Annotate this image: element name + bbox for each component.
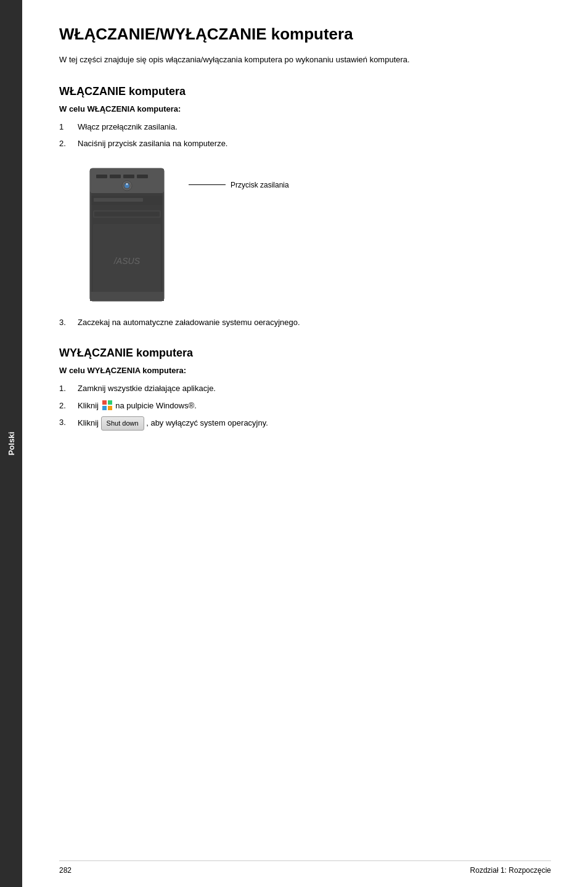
page-title: WŁĄCZANIE/WYŁĄCZANIE komputera	[59, 25, 551, 44]
svg-rect-21	[102, 406, 107, 410]
svg-rect-3	[96, 175, 107, 178]
list-number: 1.	[59, 382, 78, 395]
main-content: WŁĄCZANIE/WYŁĄCZANIE komputera W tej czę…	[22, 0, 588, 887]
power-label-text: Przycisk zasilania	[231, 181, 289, 189]
section2: WYŁĄCZANIE komputera W celu WYŁĄCZENIA k…	[59, 347, 551, 431]
svg-rect-18	[90, 292, 164, 301]
list-number: 2.	[59, 400, 78, 412]
computer-image-area: /ASUS Przycisk zasilania	[78, 162, 551, 304]
section1-title: WŁĄCZANIE komputera	[59, 85, 551, 98]
section2-list: 1. Zamknij wszystkie działające aplikacj…	[59, 382, 551, 431]
section2-title: WYŁĄCZANIE komputera	[59, 347, 551, 360]
list-text: Zamknij wszystkie działające aplikacje.	[78, 382, 551, 395]
list-text-step2: Kliknij na pulpicie Windows®.	[78, 400, 551, 412]
list-number: 2.	[59, 138, 78, 150]
svg-rect-19	[102, 400, 107, 405]
section1: WŁĄCZANIE komputera W celu WŁĄCZENIA kom…	[59, 85, 551, 329]
list-text-step3: Kliknij Shut down , aby wyłączyć system …	[78, 416, 551, 431]
svg-rect-15	[152, 213, 157, 215]
list-item: 3. Zaczekaj na automatyczne załadowanie …	[59, 316, 551, 329]
list-text: Naciśnij przycisk zasilania na komputerz…	[78, 138, 551, 150]
list-number: 3.	[59, 416, 78, 431]
power-label-line: Przycisk zasilania	[189, 181, 289, 189]
section2-subtitle: W celu WYŁĄCZENIA komputera:	[59, 366, 551, 375]
svg-rect-12	[94, 198, 143, 202]
list-item: 3. Kliknij Shut down , aby wyłączyć syst…	[59, 416, 551, 431]
footer-chapter: Rozdział 1: Rozpoczęcie	[470, 866, 551, 875]
windows-icon	[102, 400, 112, 410]
svg-rect-4	[110, 175, 121, 178]
sidebar: Polski	[0, 0, 22, 887]
section1-list-continued: 3. Zaczekaj na automatyczne załadowanie …	[59, 316, 551, 329]
list-number: 1	[59, 121, 78, 133]
svg-rect-5	[123, 175, 134, 178]
svg-rect-22	[108, 406, 112, 410]
section1-subtitle: W celu WŁĄCZENIA komputera:	[59, 104, 551, 113]
svg-rect-6	[137, 175, 148, 178]
computer-svg: /ASUS	[78, 162, 176, 304]
list-item: 2. Naciśnij przycisk zasilania na komput…	[59, 138, 551, 150]
section1-list: 1 Włącz przełącznik zasilania. 2. Naciśn…	[59, 121, 551, 150]
label-dash	[189, 184, 226, 185]
power-label-area: Przycisk zasilania	[189, 162, 289, 189]
list-item: 1. Zamknij wszystkie działające aplikacj…	[59, 382, 551, 395]
list-text: Włącz przełącznik zasilania.	[78, 121, 551, 133]
page-container: Polski WŁĄCZANIE/WYŁĄCZANIE komputera W …	[0, 0, 588, 887]
svg-rect-14	[94, 212, 160, 217]
computer-illustration: /ASUS	[78, 162, 176, 304]
list-number: 3.	[59, 316, 78, 329]
svg-rect-20	[108, 400, 112, 405]
list-item: 1 Włącz przełącznik zasilania.	[59, 121, 551, 133]
sidebar-label: Polski	[7, 432, 16, 455]
list-item: 2. Kliknij na pulpicie Windows®.	[59, 400, 551, 412]
footer: 282 Rozdział 1: Rozpoczęcie	[59, 860, 551, 875]
svg-text:/ASUS: /ASUS	[113, 256, 141, 266]
footer-page-number: 282	[59, 866, 71, 875]
shutdown-button[interactable]: Shut down	[101, 416, 144, 431]
list-text: Zaczekaj na automatyczne załadowanie sys…	[78, 316, 551, 329]
intro-text: W tej części znajduje się opis włączania…	[59, 54, 551, 67]
